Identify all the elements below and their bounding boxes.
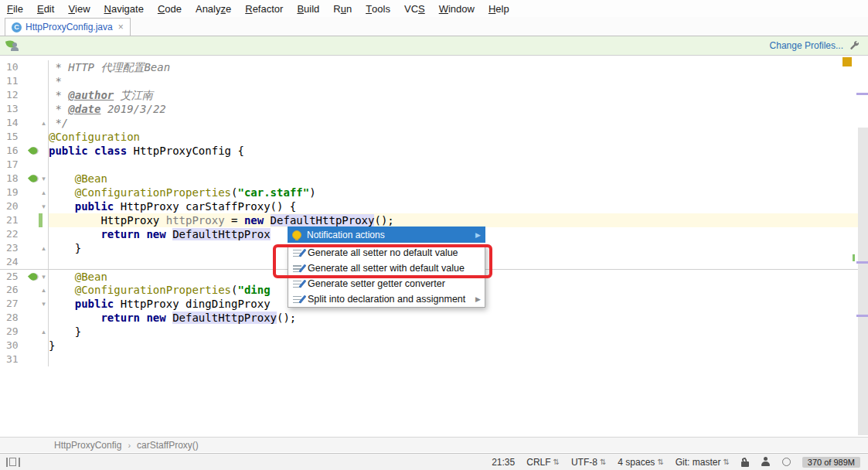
lightbulb-icon	[292, 230, 301, 240]
code-line[interactable]: 28 return new DefaultHttpProxy();	[0, 311, 868, 325]
code-line[interactable]: 30}	[0, 339, 868, 352]
spring-bean-icon[interactable]	[28, 145, 39, 156]
popup-header-label: Notification actions	[307, 230, 385, 240]
fold-marker-icon[interactable]: ▴	[39, 241, 48, 255]
code-token: @Bean	[49, 172, 107, 185]
code-token: return new	[49, 312, 172, 324]
menu-navigate[interactable]: Navigate	[97, 0, 151, 17]
code-line[interactable]: 21 HttpProxy httpProxy = new DefaultHttp…	[0, 213, 868, 227]
fold-marker-icon[interactable]: ▴	[39, 116, 48, 130]
code-line[interactable]: 13 * @date 2019/3/22	[0, 102, 868, 116]
code-token: DefaultHttpProxy	[172, 312, 277, 324]
menu-analyze[interactable]: Analyze	[189, 0, 238, 17]
caret-position-widget[interactable]: 21:35	[492, 457, 515, 468]
code-line[interactable]: 18▾ @Bean	[0, 172, 868, 186]
user-icon[interactable]	[761, 457, 771, 467]
fold-marker-icon[interactable]: ▾	[39, 199, 48, 213]
code-token: 艾江南	[114, 89, 152, 101]
intention-item-label: Split into declaration and assignment	[308, 294, 465, 305]
code-token: HttpProxy carStaffProxy() {	[121, 200, 297, 213]
menu-file[interactable]: File	[0, 0, 30, 17]
git-branch-widget[interactable]: Git: master⇅	[676, 457, 730, 468]
code-token: *	[49, 89, 68, 101]
menu-edit[interactable]: Edit	[30, 0, 61, 17]
code-line[interactable]: 12 * @author 艾江南	[0, 88, 868, 102]
change-profiles-link[interactable]: Change Profiles...	[770, 40, 843, 51]
line-number: 11	[0, 74, 28, 88]
menu-window[interactable]: Window	[432, 0, 482, 17]
breadcrumb-class[interactable]: HttpProxyConfig	[54, 440, 121, 451]
spring-bean-icon[interactable]	[28, 173, 39, 184]
menu-help[interactable]: Help	[482, 0, 516, 17]
breadcrumb-method[interactable]: carStaffProxy()	[137, 440, 199, 451]
code-line[interactable]: 29▴ }	[0, 325, 868, 339]
fold-marker-icon[interactable]: ▾	[39, 172, 48, 186]
code-line[interactable]: 19▴ @ConfigurationProperties("car.staff"…	[0, 186, 868, 199]
line-number: 10	[0, 60, 28, 74]
memory-indicator[interactable]: 370 of 989M	[802, 457, 860, 468]
code-token: }	[49, 242, 81, 254]
indent-widget[interactable]: 4 spaces⇅	[618, 457, 663, 468]
code-token: @date	[68, 103, 100, 115]
fold-marker-icon[interactable]: ▴	[39, 186, 48, 199]
chevrons-icon: ⇅	[553, 458, 560, 466]
tab-httpproxyconfig[interactable]: C HttpProxyConfig.java ×	[5, 18, 131, 36]
spring-bean-icon[interactable]	[28, 271, 39, 281]
readonly-lock-icon[interactable]	[741, 458, 749, 467]
scrollbar-thumb[interactable]	[858, 128, 868, 435]
code-line[interactable]: 16public class HttpProxyConfig {	[0, 144, 868, 158]
code-token: HttpProxy dingDingProxy	[121, 298, 271, 310]
code-token: * HTTP 代理配置Bean	[49, 61, 170, 73]
breadcrumb: HttpProxyConfig › carStaffProxy()	[0, 437, 868, 452]
java-class-icon: C	[12, 22, 22, 32]
intention-menu-item[interactable]: Split into declaration and assignment▶	[288, 291, 485, 307]
code-line[interactable]: 14▴ */	[0, 116, 868, 130]
menu-view[interactable]: View	[61, 0, 97, 17]
usage-mark-icon	[856, 315, 868, 317]
fold-marker-icon[interactable]: ▾	[39, 297, 48, 311]
code-token: "ding	[237, 284, 270, 296]
fold-marker-icon[interactable]: ▾	[39, 270, 48, 284]
menu-build[interactable]: Build	[290, 0, 326, 17]
code-token: HttpProxy	[49, 214, 166, 226]
circle-indicator-icon[interactable]	[782, 458, 791, 466]
code-line[interactable]: 15@Configuration	[0, 130, 868, 144]
menu-vcs[interactable]: VCS	[397, 0, 432, 17]
breadcrumb-separator: ›	[128, 441, 131, 450]
line-number: 28	[0, 311, 28, 325]
submenu-arrow-icon: ▶	[475, 295, 481, 303]
code-token: public	[49, 298, 121, 310]
code-line[interactable]: 20▾ public HttpProxy carStaffProxy() {	[0, 199, 868, 213]
menu-tools[interactable]: Tools	[359, 0, 397, 17]
code-token: }	[49, 339, 55, 352]
code-token: *	[49, 75, 62, 87]
usage-mark-icon	[856, 93, 868, 95]
code-line[interactable]: 31	[0, 352, 868, 366]
code-token: @Configuration	[49, 131, 140, 143]
line-number: 20	[0, 199, 28, 213]
line-number: 31	[0, 352, 28, 366]
submenu-arrow-icon: ▶	[475, 231, 481, 239]
line-ending-widget[interactable]: CRLF⇅	[526, 457, 560, 468]
line-number: 12	[0, 88, 28, 102]
encoding-widget[interactable]: UTF-8⇅	[571, 457, 606, 468]
fold-marker-icon[interactable]: ▴	[39, 283, 48, 297]
inspection-status-icon[interactable]	[842, 57, 852, 66]
code-line[interactable]: 10 * HTTP 代理配置Bean	[0, 60, 868, 74]
fold-marker-icon[interactable]: ▴	[39, 325, 48, 339]
toolwindow-toggle-icon[interactable]	[6, 458, 20, 467]
menu-refactor[interactable]: Refactor	[238, 0, 290, 17]
code-line[interactable]: 17	[0, 158, 868, 172]
line-number: 22	[0, 227, 28, 241]
menu-code[interactable]: Code	[151, 0, 189, 17]
wrench-icon[interactable]	[849, 40, 860, 51]
ide-window: FileEditViewNavigateCodeAnalyzeRefactorB…	[0, 0, 868, 470]
notification-actions-popup[interactable]: Notification actions ▶	[288, 226, 485, 243]
intention-menu-item[interactable]: Generate setter getter converter	[288, 276, 485, 291]
tab-close-icon[interactable]: ×	[118, 22, 124, 32]
code-token: HttpProxyConfig {	[134, 145, 244, 157]
code-token: @ConfigurationProperties	[49, 186, 231, 199]
menu-run[interactable]: Run	[326, 0, 359, 17]
code-line[interactable]: 11 *	[0, 74, 868, 88]
editor-tab-bar: C HttpProxyConfig.java ×	[0, 17, 868, 36]
